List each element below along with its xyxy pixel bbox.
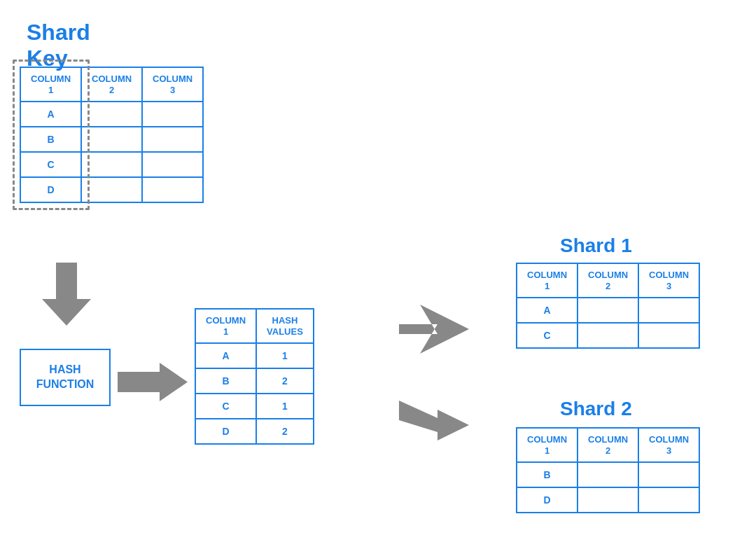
hash-header-2: HASHVALUES (256, 309, 314, 343)
main-table: COLUMN1 COLUMN2 COLUMN3 A B C (20, 67, 204, 203)
table-row: B (517, 462, 699, 487)
shard2-row-d2 (578, 487, 638, 513)
main-cell-d2 (81, 177, 142, 202)
shard1-header-3: COLUMN3 (638, 263, 699, 298)
arrow-down (42, 263, 91, 326)
shard2-row-b3 (638, 462, 699, 487)
main-cell-b2 (81, 127, 142, 152)
main-table-container: COLUMN1 COLUMN2 COLUMN3 A B C (20, 67, 204, 206)
main-cell-d1: D (20, 177, 81, 202)
main-cell-a2 (81, 102, 142, 127)
hash-table-container: COLUMN1 HASHVALUES A 1 B 2 C 1 D 2 (195, 308, 314, 445)
main-cell-c3 (142, 152, 203, 177)
table-row: C 1 (195, 394, 314, 419)
main-table-header-2: COLUMN2 (81, 67, 142, 102)
arrow-to-shard2 (399, 401, 469, 450)
main-table-header-1: COLUMN1 (20, 67, 81, 102)
hash-row-c-col: C (195, 394, 256, 419)
hash-row-d-val: 2 (256, 419, 314, 444)
main-cell-b3 (142, 127, 203, 152)
svg-marker-1 (118, 363, 188, 401)
shard2-row-b2 (578, 462, 638, 487)
arrow-to-shard1 (399, 305, 469, 354)
shard2-title: Shard 2 (560, 398, 632, 420)
shard2-table: COLUMN1 COLUMN2 COLUMN3 B D (516, 427, 700, 513)
table-row: D 2 (195, 419, 314, 444)
shard1-row-c2 (578, 323, 638, 348)
main-cell-d3 (142, 177, 203, 202)
arrow-right-hash (118, 363, 188, 401)
hash-function-box: HASHFUNCTION (20, 349, 111, 406)
hash-header-1: COLUMN1 (195, 309, 256, 343)
shard1-row-a1: A (517, 298, 578, 323)
hash-row-d-col: D (195, 419, 256, 444)
main-cell-b1: B (20, 127, 81, 152)
shard1-table-container: COLUMN1 COLUMN2 COLUMN3 A C (516, 263, 700, 349)
hash-row-a-val: 1 (256, 343, 314, 368)
shard2-row-b1: B (517, 462, 578, 487)
svg-marker-2 (399, 305, 469, 354)
shard1-table: COLUMN1 COLUMN2 COLUMN3 A C (516, 263, 700, 349)
main-cell-a3 (142, 102, 203, 127)
shard2-row-d1: D (517, 487, 578, 513)
hash-row-b-val: 2 (256, 368, 314, 394)
shard1-title: Shard 1 (560, 235, 632, 257)
table-row: D (20, 177, 203, 202)
main-cell-c1: C (20, 152, 81, 177)
table-row: A (517, 298, 699, 323)
shard1-row-a3 (638, 298, 699, 323)
shard2-table-container: COLUMN1 COLUMN2 COLUMN3 B D (516, 427, 700, 513)
table-row: B 2 (195, 368, 314, 394)
table-row: B (20, 127, 203, 152)
shard1-row-a2 (578, 298, 638, 323)
main-table-header-3: COLUMN3 (142, 67, 203, 102)
shard2-header-2: COLUMN2 (578, 428, 638, 462)
shard1-row-c3 (638, 323, 699, 348)
table-row: D (517, 487, 699, 513)
hash-row-b-col: B (195, 368, 256, 394)
hash-table: COLUMN1 HASHVALUES A 1 B 2 C 1 D 2 (195, 308, 314, 445)
shard-key-title: ShardKey (27, 20, 90, 71)
shard1-row-c1: C (517, 323, 578, 348)
table-row: A (20, 102, 203, 127)
shard2-header-3: COLUMN3 (638, 428, 699, 462)
table-row: C (20, 152, 203, 177)
shard2-header-1: COLUMN1 (517, 428, 578, 462)
shard1-header-1: COLUMN1 (517, 263, 578, 298)
shard1-header-2: COLUMN2 (578, 263, 638, 298)
main-cell-a1: A (20, 102, 81, 127)
hash-row-c-val: 1 (256, 394, 314, 419)
hash-row-a-col: A (195, 343, 256, 368)
shard2-row-d3 (638, 487, 699, 513)
svg-marker-3 (399, 401, 469, 440)
table-row: C (517, 323, 699, 348)
svg-marker-0 (42, 263, 91, 326)
table-row: A 1 (195, 343, 314, 368)
main-cell-c2 (81, 152, 142, 177)
